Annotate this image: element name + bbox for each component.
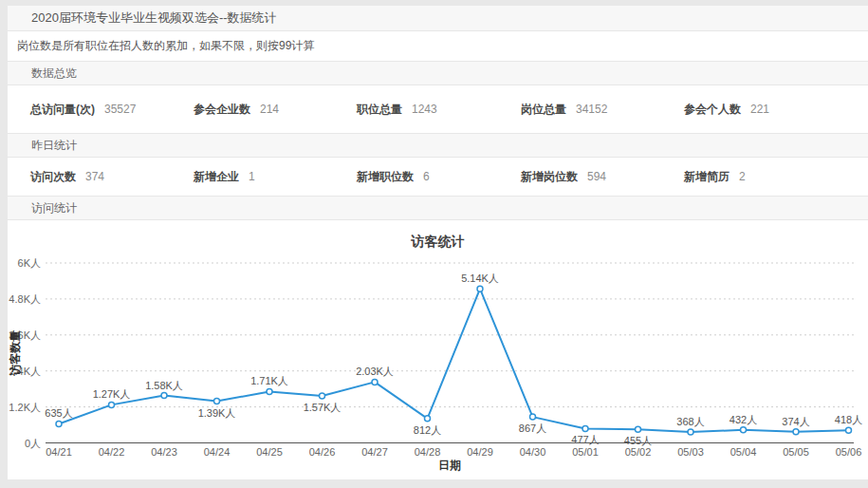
stat-new-positions: 新增职位数 6 (357, 169, 521, 185)
svg-text:1.39K人: 1.39K人 (198, 407, 236, 419)
stat-value: 34152 (576, 103, 607, 116)
svg-text:04/25: 04/25 (256, 446, 283, 458)
stat-total-visits: 总访问量(次) 35527 (30, 102, 194, 118)
svg-text:04/28: 04/28 (415, 446, 441, 458)
stat-label: 职位总量 (357, 102, 402, 118)
note-text: 岗位数是所有职位在招人数的累加，如果不限，则按99计算 (8, 31, 868, 61)
svg-text:05/01: 05/01 (572, 446, 599, 458)
svg-text:374人: 374人 (782, 416, 809, 427)
svg-text:05/04: 05/04 (730, 446, 757, 458)
stats-dashboard: 2020届环境专业毕业生视频双选会--数据统计 岗位数是所有职位在招人数的累加，… (8, 6, 868, 479)
stat-new-resumes: 新增简历 2 (684, 169, 868, 185)
stat-label: 总访问量(次) (30, 102, 95, 118)
stat-visit-count: 访问次数 374 (30, 169, 194, 185)
section-header-visits-label: 访问统计 (31, 200, 77, 216)
svg-text:04/29: 04/29 (467, 446, 493, 458)
stat-label: 参会个人数 (684, 102, 741, 118)
stat-label: 新增岗位数 (521, 169, 578, 185)
chart-title: 访客统计 (8, 220, 868, 256)
svg-text:2.03K人: 2.03K人 (356, 366, 394, 377)
stat-value: 374 (85, 170, 104, 183)
stat-label: 新增企业 (194, 169, 239, 185)
svg-text:477人: 477人 (571, 434, 599, 445)
svg-text:访客数量: 访客数量 (9, 330, 22, 377)
stat-value: 2 (739, 170, 746, 183)
svg-text:432人: 432人 (729, 414, 757, 425)
svg-text:04/27: 04/27 (361, 446, 388, 458)
stat-value: 6 (423, 170, 430, 183)
svg-text:04/21: 04/21 (46, 446, 72, 458)
section-header-overview-label: 数据总览 (31, 66, 77, 82)
svg-text:05/05: 05/05 (783, 446, 809, 458)
svg-text:1.71K人: 1.71K人 (250, 375, 288, 386)
svg-text:812人: 812人 (414, 424, 441, 436)
stat-new-jobs: 新增岗位数 594 (521, 169, 684, 185)
stat-new-companies: 新增企业 1 (194, 169, 357, 185)
section-header-yesterday: 昨日统计 (8, 133, 868, 158)
svg-text:1.58K人: 1.58K人 (145, 380, 183, 391)
stat-value: 1 (249, 170, 255, 183)
svg-text:05/02: 05/02 (625, 446, 652, 458)
visitor-line-chart[interactable]: 0人1.2K人2.4K人3.6K人4.8K人6K人04/2104/2204/23… (8, 256, 868, 479)
page-title-bar: 2020届环境专业毕业生视频双选会--数据统计 (8, 6, 868, 31)
svg-text:04/30: 04/30 (520, 446, 546, 458)
stat-value: 221 (750, 103, 769, 116)
stat-label: 新增职位数 (357, 169, 414, 185)
svg-text:418人: 418人 (835, 414, 862, 425)
stat-value: 35527 (104, 103, 136, 116)
stat-label: 访问次数 (30, 169, 76, 185)
svg-text:6K人: 6K人 (18, 257, 41, 269)
stat-jobs-total: 岗位总量 34152 (521, 102, 684, 118)
stat-companies: 参会企业数 214 (194, 102, 357, 118)
stat-value: 214 (260, 103, 279, 116)
page-title: 2020届环境专业毕业生视频双选会--数据统计 (31, 9, 277, 27)
stat-value: 594 (587, 170, 606, 183)
svg-text:04/23: 04/23 (151, 446, 177, 458)
section-header-visits: 访问统计 (8, 196, 868, 220)
overview-stats-row: 总访问量(次) 35527 参会企业数 214 职位总量 1243 岗位总量 3… (8, 85, 868, 133)
stat-label: 参会企业数 (194, 102, 250, 118)
svg-text:4.8K人: 4.8K人 (9, 293, 41, 305)
stat-label: 新增简历 (684, 169, 729, 185)
yesterday-stats-row: 访问次数 374 新增企业 1 新增职位数 6 新增岗位数 594 新增简历 2 (8, 158, 868, 196)
svg-text:867人: 867人 (519, 422, 546, 434)
svg-text:04/24: 04/24 (204, 446, 231, 458)
svg-text:1.27K人: 1.27K人 (93, 388, 131, 400)
stat-individuals: 参会个人数 221 (684, 102, 868, 118)
svg-text:635人: 635人 (45, 407, 72, 419)
visitor-chart-card: 访客统计 0人1.2K人2.4K人3.6K人4.8K人6K人04/2104/22… (8, 220, 868, 479)
section-header-overview: 数据总览 (8, 61, 868, 85)
svg-text:日期: 日期 (438, 459, 461, 472)
svg-text:368人: 368人 (676, 416, 704, 427)
section-header-yesterday-label: 昨日统计 (31, 138, 77, 154)
svg-text:0人: 0人 (25, 438, 41, 449)
svg-text:04/26: 04/26 (309, 446, 336, 458)
svg-text:04/22: 04/22 (99, 446, 125, 458)
svg-text:1.2K人: 1.2K人 (9, 402, 41, 413)
stat-positions-total: 职位总量 1243 (357, 102, 521, 118)
svg-text:455人: 455人 (624, 435, 652, 446)
svg-text:5.14K人: 5.14K人 (461, 272, 499, 284)
svg-text:05/06: 05/06 (836, 446, 862, 458)
svg-text:05/03: 05/03 (677, 446, 704, 458)
stat-label: 岗位总量 (521, 102, 566, 118)
svg-text:1.57K人: 1.57K人 (304, 402, 342, 413)
stat-value: 1243 (412, 103, 437, 116)
